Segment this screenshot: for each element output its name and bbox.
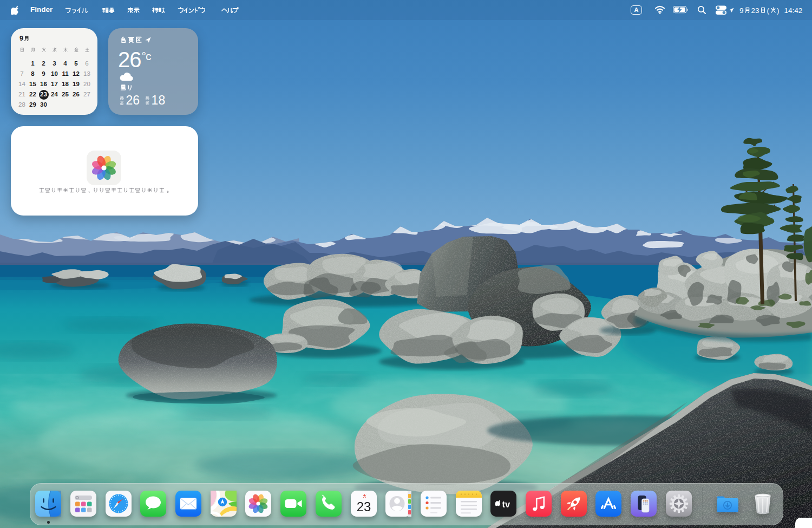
- svg-text:tv: tv: [502, 499, 510, 509]
- svg-text:23: 23: [357, 499, 371, 514]
